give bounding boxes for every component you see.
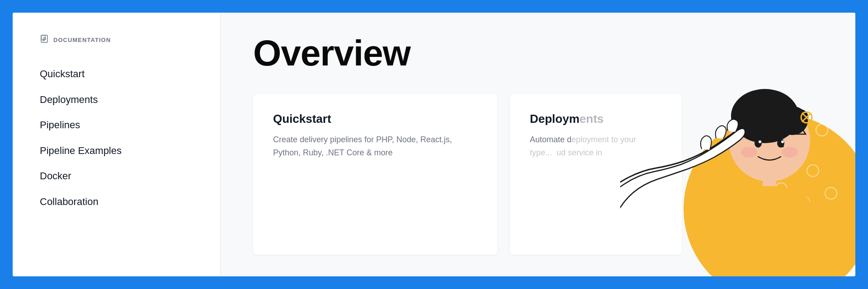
sidebar-navigation: Quickstart Deployments Pipelines Pipelin… — [40, 61, 193, 215]
sidebar-header: DOCUMENTATION — [40, 34, 193, 45]
sidebar-item-collaboration[interactable]: Collaboration — [40, 189, 193, 215]
quickstart-card[interactable]: Quickstart Create delivery pipelines for… — [253, 94, 497, 255]
sidebar-item-pipelines[interactable]: Pipelines — [40, 112, 193, 138]
deployments-card-description: Automate deployment to yourtype... ud se… — [530, 133, 662, 159]
cards-row: Quickstart Create delivery pipelines for… — [253, 94, 823, 255]
sidebar-item-pipeline-examples[interactable]: Pipeline Examples — [40, 138, 193, 164]
main-container: DOCUMENTATION Quickstart Deployments Pip… — [13, 13, 855, 276]
deployments-card[interactable]: Deployments Automate deployment to yourt… — [510, 94, 682, 255]
main-content: Overview Quickstart Create delivery pipe… — [221, 13, 855, 276]
sidebar-header-label: DOCUMENTATION — [53, 37, 111, 43]
sidebar: DOCUMENTATION Quickstart Deployments Pip… — [13, 13, 221, 276]
documentation-icon — [40, 34, 49, 45]
page-title: Overview — [253, 34, 823, 72]
quickstart-card-title: Quickstart — [273, 112, 477, 126]
quickstart-card-description: Create delivery pipelines for PHP, Node,… — [273, 133, 477, 159]
sidebar-item-deployments[interactable]: Deployments — [40, 87, 193, 113]
svg-rect-0 — [41, 35, 47, 42]
deployments-card-title: Deployments — [530, 112, 662, 126]
sidebar-item-docker[interactable]: Docker — [40, 163, 193, 189]
sidebar-item-quickstart[interactable]: Quickstart — [40, 61, 193, 87]
deco-circle-8 — [825, 187, 837, 200]
